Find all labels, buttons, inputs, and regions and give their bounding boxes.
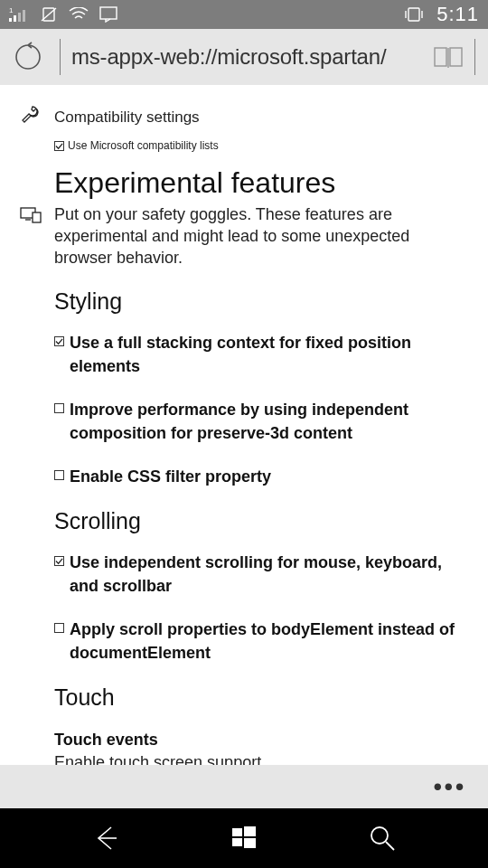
- experimental-row: Put on your safety goggles. These featur…: [0, 203, 488, 269]
- no-sim-icon: [40, 6, 58, 23]
- wifi-icon: [69, 7, 89, 22]
- svg-point-11: [16, 45, 40, 69]
- experimental-description: Put on your safety goggles. These featur…: [54, 203, 470, 269]
- option-independent-scrolling[interactable]: Use independent scrolling for mouse, key…: [0, 542, 488, 598]
- touch-subheading: Touch events: [0, 718, 488, 750]
- wrench-icon: [20, 105, 40, 125]
- checkbox-unchecked-icon[interactable]: [54, 623, 64, 633]
- option-label: Use a full stacking context for fixed po…: [70, 331, 470, 378]
- touch-description: Enable touch screen support: [0, 750, 488, 765]
- system-nav-bar: [0, 808, 488, 868]
- option-label: Improve performance by using independent…: [70, 398, 470, 445]
- browser-app-bar: •••: [0, 765, 488, 808]
- svg-rect-16: [33, 212, 41, 222]
- clock-time: 5:11: [436, 3, 479, 26]
- signal-icon: 1: [9, 7, 29, 22]
- search-button[interactable]: [366, 822, 399, 854]
- refresh-icon[interactable]: [13, 42, 43, 72]
- option-label: Enable CSS filter property: [70, 465, 271, 488]
- experimental-heading: Experimental features: [0, 152, 488, 203]
- svg-rect-0: [9, 18, 12, 22]
- separator: [60, 39, 61, 75]
- svg-point-23: [371, 827, 388, 844]
- option-stacking-context[interactable]: Use a full stacking context for fixed po…: [0, 322, 488, 378]
- checkbox-checked-icon[interactable]: [54, 556, 64, 566]
- svg-line-24: [386, 842, 394, 850]
- checkbox-unchecked-icon[interactable]: [54, 403, 64, 413]
- svg-rect-21: [232, 838, 242, 846]
- checkbox-checked-icon[interactable]: [54, 141, 64, 151]
- compat-checkbox-label: Use Microsoft compatibility lists: [68, 139, 219, 152]
- page-content: Compatibility settings Use Microsoft com…: [0, 85, 488, 765]
- notification-icon: [99, 6, 117, 23]
- svg-rect-19: [232, 828, 242, 836]
- option-scroll-body[interactable]: Apply scroll properties to bodyElement i…: [0, 598, 488, 665]
- svg-rect-12: [435, 48, 446, 66]
- system-status-bar: 1 5:11: [0, 0, 488, 29]
- back-button[interactable]: [89, 822, 122, 854]
- svg-rect-13: [450, 48, 462, 66]
- styling-heading: Styling: [0, 269, 488, 322]
- browser-url-bar: ms-appx-web://microsoft.spartan/: [0, 29, 488, 85]
- svg-text:1: 1: [9, 7, 14, 14]
- start-button[interactable]: [228, 822, 260, 854]
- svg-rect-1: [14, 15, 16, 22]
- devices-icon: [20, 207, 42, 223]
- svg-rect-2: [18, 13, 21, 22]
- more-icon[interactable]: •••: [434, 773, 466, 801]
- compatibility-section: Compatibility settings: [0, 85, 488, 127]
- svg-rect-22: [244, 838, 256, 848]
- compat-checkbox-row[interactable]: Use Microsoft compatibility lists: [0, 127, 488, 152]
- separator: [474, 39, 475, 75]
- svg-rect-20: [244, 826, 256, 836]
- svg-rect-7: [100, 7, 117, 19]
- option-css-filter[interactable]: Enable CSS filter property: [0, 445, 488, 488]
- compatibility-title: Compatibility settings: [54, 108, 200, 127]
- checkbox-unchecked-icon[interactable]: [54, 470, 64, 480]
- svg-rect-8: [408, 8, 419, 21]
- status-left-icons: 1: [9, 6, 117, 23]
- option-preserve-3d[interactable]: Improve performance by using independent…: [0, 378, 488, 445]
- url-text[interactable]: ms-appx-web://microsoft.spartan/: [71, 44, 424, 70]
- reading-view-icon[interactable]: [433, 44, 464, 70]
- status-right: 5:11: [404, 3, 479, 26]
- vibrate-icon: [404, 7, 424, 22]
- touch-heading: Touch: [0, 665, 488, 718]
- svg-rect-3: [23, 10, 25, 22]
- option-label: Apply scroll properties to bodyElement i…: [70, 618, 470, 665]
- option-label: Use independent scrolling for mouse, key…: [70, 551, 470, 598]
- scrolling-heading: Scrolling: [0, 488, 488, 542]
- checkbox-checked-icon[interactable]: [54, 336, 64, 346]
